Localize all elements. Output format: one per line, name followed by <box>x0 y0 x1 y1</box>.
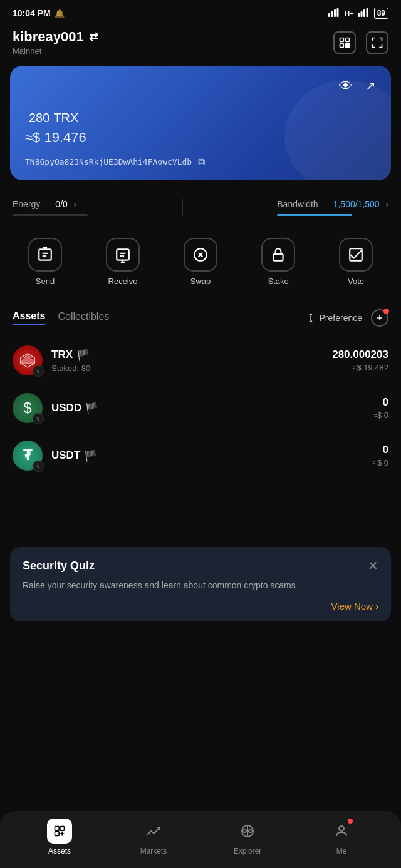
send-button[interactable]: Send <box>26 238 64 286</box>
trx-staked: Staked: 80 <box>51 364 323 373</box>
nav-explorer-label: Explorer <box>234 847 262 855</box>
svg-point-35 <box>339 826 344 831</box>
resource-divider <box>182 199 183 216</box>
balance-amount: 280TRX <box>25 102 376 126</box>
svg-rect-0 <box>328 13 330 17</box>
assets-right-controls: Preference <box>306 309 388 327</box>
stake-button[interactable]: Stake <box>259 238 297 286</box>
expand-button[interactable] <box>366 31 388 54</box>
nav-me[interactable]: Me <box>320 819 363 855</box>
quiz-view-now-link[interactable]: View Now › <box>23 601 378 611</box>
svg-rect-9 <box>346 38 350 42</box>
time-text: 10:04 PM <box>13 8 51 18</box>
action-buttons: Send Receive Swap <box>0 225 401 299</box>
assets-header: Assets Collectibles Preference <box>0 299 401 332</box>
nav-markets-icon <box>141 819 166 844</box>
nav-me-label: Me <box>336 847 347 855</box>
usdt-usd: ≈$ 0 <box>373 458 388 467</box>
nav-assets[interactable]: Assets <box>38 819 81 855</box>
svg-rect-4 <box>358 13 360 17</box>
balance-usd: ≈$ 19.476 <box>25 130 376 146</box>
usdd-info: USDD 🏴 <box>51 402 364 415</box>
bandwidth-resource[interactable]: Bandwidth 1,500/1,500 › <box>277 199 388 216</box>
svg-rect-6 <box>363 9 365 17</box>
swap-icon <box>184 238 217 272</box>
usdt-values: 0 ≈$ 0 <box>373 444 388 467</box>
visibility-icon[interactable]: 👁 <box>339 78 353 94</box>
balance-card: 👁 ↗ 280TRX ≈$ 19.476 TN86pyQa823NsRkjUE3… <box>10 66 391 180</box>
nav-assets-icon <box>47 819 72 844</box>
preference-label: Preference <box>320 313 362 323</box>
bandwidth-arrow: › <box>386 200 388 209</box>
usdd-balance: 0 <box>373 396 388 409</box>
asset-item-usdt[interactable]: ₮ v USDT 🏴 0 ≈$ 0 <box>0 432 401 479</box>
svg-rect-10 <box>340 44 344 48</box>
bandwidth-label: Bandwidth 1,500/1,500 › <box>277 199 388 209</box>
usdt-icon: ₮ v <box>13 441 43 471</box>
usdt-verified-icon: v <box>33 461 44 472</box>
svg-rect-5 <box>360 11 362 17</box>
quiz-arrow-icon: › <box>375 601 378 611</box>
vote-label: Vote <box>348 277 364 286</box>
network-label: Mainnet <box>13 46 98 56</box>
spacer <box>0 484 401 534</box>
tab-collectibles[interactable]: Collectibles <box>58 311 109 325</box>
svg-marker-27 <box>21 354 34 363</box>
svg-rect-21 <box>273 254 283 261</box>
status-bar: 10:04 PM 🔔 H+ 89 <box>0 0 401 24</box>
trx-info: TRX 🏴 Staked: 80 <box>51 349 323 373</box>
security-quiz-card: Security Quiz ✕ Raise your security awar… <box>10 547 391 621</box>
svg-rect-11 <box>346 44 348 46</box>
swap-label: Swap <box>190 277 211 286</box>
quiz-description: Raise your security awareness and learn … <box>23 579 378 592</box>
energy-bar <box>13 214 88 216</box>
signal-icon <box>328 8 341 19</box>
quiz-close-button[interactable]: ✕ <box>368 559 378 572</box>
svg-rect-13 <box>346 46 348 48</box>
nav-markets-label: Markets <box>140 847 167 855</box>
svg-rect-7 <box>366 8 368 17</box>
vote-icon <box>339 238 373 272</box>
external-link-icon[interactable]: ↗ <box>365 78 376 94</box>
signal2-icon <box>358 8 370 19</box>
svg-rect-8 <box>340 38 344 42</box>
trx-values: 280.000203 ≈$ 19.482 <box>332 349 388 372</box>
usdd-usd: ≈$ 0 <box>373 411 388 420</box>
nav-markets[interactable]: Markets <box>132 819 175 855</box>
preference-button[interactable]: Preference <box>306 313 362 323</box>
energy-resource[interactable]: Energy 0/0 › <box>13 199 88 216</box>
stake-icon <box>261 238 295 272</box>
alarm-icon: 🔔 <box>55 9 65 18</box>
svg-rect-3 <box>337 8 339 17</box>
svg-rect-2 <box>334 9 336 17</box>
username: kibreay001 ⇄ <box>13 29 98 45</box>
tab-assets[interactable]: Assets <box>13 310 45 325</box>
trx-name: TRX 🏴 <box>51 349 323 362</box>
status-time: 10:04 PM 🔔 <box>13 8 65 18</box>
svg-rect-28 <box>55 827 60 831</box>
usdd-icon: $ v <box>13 393 43 423</box>
quiz-title: Security Quiz <box>23 559 95 573</box>
switch-icon[interactable]: ⇄ <box>89 30 98 44</box>
svg-rect-22 <box>350 248 362 261</box>
asset-item-usdd[interactable]: $ v USDD 🏴 0 ≈$ 0 <box>0 384 401 432</box>
copy-icon[interactable]: ⧉ <box>198 156 205 168</box>
add-notification-dot <box>383 309 389 314</box>
svg-rect-17 <box>117 249 129 260</box>
scan-button[interactable] <box>333 31 356 54</box>
network-type: H+ <box>345 9 353 17</box>
usdd-values: 0 ≈$ 0 <box>373 396 388 420</box>
asset-item-trx[interactable]: v TRX 🏴 Staked: 80 280.000203 ≈$ 19.482 <box>0 337 401 384</box>
send-icon <box>28 238 62 272</box>
swap-button[interactable]: Swap <box>182 238 219 286</box>
receive-icon <box>106 238 140 272</box>
send-label: Send <box>36 277 55 286</box>
svg-rect-30 <box>55 832 60 836</box>
svg-rect-29 <box>60 827 65 831</box>
vote-button[interactable]: Vote <box>337 238 375 286</box>
receive-button[interactable]: Receive <box>104 238 142 286</box>
nav-explorer[interactable]: Explorer <box>226 819 269 855</box>
trx-icon: v <box>13 345 43 375</box>
stake-label: Stake <box>268 277 288 286</box>
add-token-button[interactable] <box>371 309 388 327</box>
